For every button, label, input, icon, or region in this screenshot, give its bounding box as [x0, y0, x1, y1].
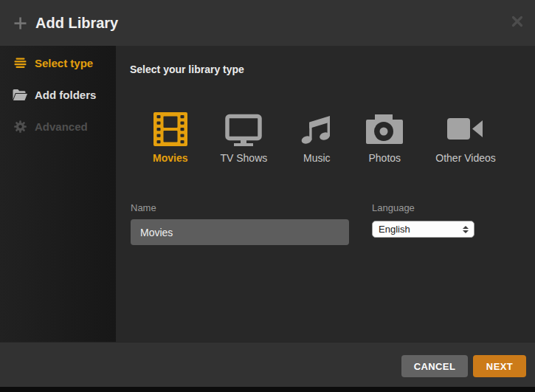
film-strip-icon — [153, 112, 187, 146]
camera-icon — [366, 112, 403, 146]
library-type-movies[interactable]: Movies — [153, 112, 187, 163]
library-type-tv-shows[interactable]: TV Shows — [220, 112, 267, 163]
plus-icon — [13, 16, 27, 30]
dialog-header: Add Library — [0, 0, 535, 46]
library-type-photos[interactable]: Photos — [366, 112, 403, 163]
folder-icon — [13, 89, 27, 101]
library-type-label: Other Videos — [435, 153, 495, 163]
library-type-label: Photos — [368, 153, 401, 163]
sidebar-item-add-folders[interactable]: Add folders — [0, 79, 116, 111]
name-field-label: Name — [131, 203, 349, 213]
dialog-bottom-edge — [0, 387, 535, 392]
tv-monitor-icon — [224, 112, 263, 146]
list-lines-icon — [13, 58, 27, 69]
sidebar-item-label: Add folders — [35, 89, 96, 101]
library-type-row: Movies TV Shows — [153, 112, 496, 163]
music-note-icon — [300, 112, 334, 146]
close-icon[interactable] — [511, 16, 523, 27]
library-type-other-videos[interactable]: Other Videos — [435, 112, 495, 163]
sidebar-item-advanced: Advanced — [0, 111, 116, 142]
cancel-button[interactable]: CANCEL — [401, 355, 468, 377]
dialog-footer: CANCEL NEXT — [0, 342, 535, 387]
video-camera-icon — [447, 112, 484, 146]
add-library-dialog: Add Library Select type — [0, 0, 535, 392]
sidebar-item-label: Advanced — [35, 120, 88, 133]
section-heading: Select your library type — [130, 63, 244, 75]
library-type-music[interactable]: Music — [300, 112, 334, 163]
library-type-label: Movies — [153, 153, 187, 163]
library-type-label: Music — [303, 153, 331, 163]
library-name-input[interactable] — [131, 219, 349, 245]
name-field-block: Name — [131, 203, 349, 245]
dialog-title: Add Library — [35, 15, 118, 32]
dialog-main: Select your library type — [116, 46, 535, 342]
gear-icon — [13, 120, 27, 133]
language-select[interactable]: English — [372, 221, 474, 238]
language-field-block: Language English — [372, 203, 474, 238]
language-field-label: Language — [372, 203, 474, 213]
dialog-sidebar: Select type Add folders — [0, 46, 116, 342]
sidebar-item-select-type[interactable]: Select type — [0, 47, 116, 79]
sidebar-item-label: Select type — [35, 57, 93, 69]
next-button[interactable]: NEXT — [473, 355, 526, 377]
library-type-label: TV Shows — [220, 153, 267, 163]
